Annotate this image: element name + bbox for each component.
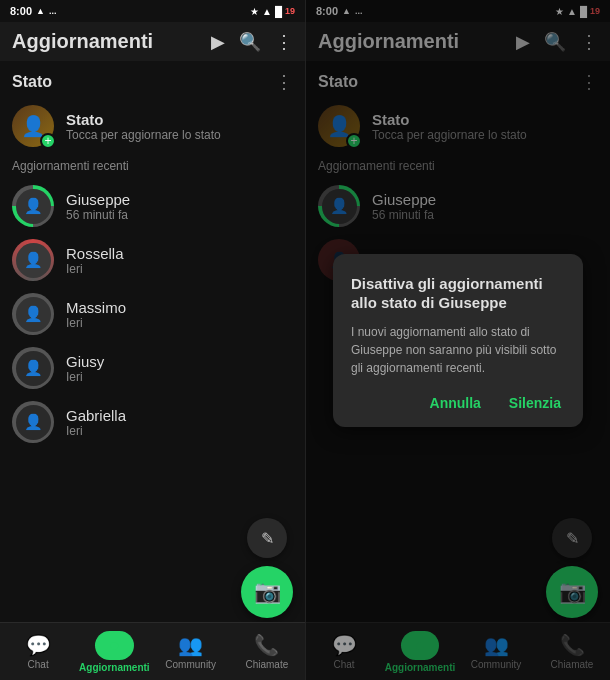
contact-name-rossella-left: Rossella xyxy=(66,245,124,262)
dots-left: ... xyxy=(49,6,57,16)
dialog-body: I nuovi aggiornamenti allo stato di Gius… xyxy=(351,323,565,377)
right-screen: 8:00 ▲ ... ★ ▲ █ 19 Aggiornamenti ▶ 🔍 ⋮ … xyxy=(305,0,610,680)
fab-camera-left[interactable]: 📷 xyxy=(241,566,293,618)
contact-time-massimo-left: Ieri xyxy=(66,316,126,330)
nav-aggiornamenti-left[interactable]: ● Aggiornamenti xyxy=(76,631,152,673)
nav-chat-label-left: Chat xyxy=(28,659,49,670)
my-status-sub-left: Tocca per aggiornare lo stato xyxy=(66,128,221,142)
contact-avatar-gabriella-left: 👤 xyxy=(12,401,54,443)
community-nav-icon-left: 👥 xyxy=(178,633,203,657)
aggiornamenti-nav-icon-left: ● xyxy=(109,635,120,656)
nav-chiamate-label-left: Chiamate xyxy=(245,659,288,670)
contact-gabriella-left[interactable]: 👤 Gabriella Ieri xyxy=(0,395,305,449)
dialog-actions: Annulla Silenzia xyxy=(351,393,565,413)
contact-avatar-massimo-left: 👤 xyxy=(12,293,54,335)
search-header-icon-left[interactable]: 🔍 xyxy=(239,31,261,53)
header-title-left: Aggiornamenti xyxy=(12,30,153,53)
battery-icon: 19 xyxy=(285,6,295,16)
chiamate-nav-icon-left: 📞 xyxy=(254,633,279,657)
contact-name-giuseppe-left: Giuseppe xyxy=(66,191,130,208)
time-left: 8:00 xyxy=(10,5,32,17)
my-status-name-left: Stato xyxy=(66,111,221,128)
nav-chiamate-left[interactable]: 📞 Chiamate xyxy=(229,633,305,670)
stato-more-icon-left[interactable]: ⋮ xyxy=(275,71,293,93)
nav-chat-left[interactable]: 💬 Chat xyxy=(0,633,76,670)
more-header-icon-left[interactable]: ⋮ xyxy=(275,31,293,53)
nav-community-left[interactable]: 👥 Community xyxy=(153,633,229,670)
recent-label-left: Aggiornamenti recenti xyxy=(0,153,305,179)
contact-name-giusy-left: Giusy xyxy=(66,353,104,370)
fab-pencil-left[interactable]: ✎ xyxy=(247,518,287,558)
chat-nav-icon-left: 💬 xyxy=(26,634,51,656)
contact-avatar-giuseppe-left: 👤 xyxy=(12,185,54,227)
left-screen: 8:00 ▲ ... ★ ▲ █ 19 Aggiornamenti ▶ 🔍 ⋮ … xyxy=(0,0,305,680)
contact-time-gabriella-left: Ieri xyxy=(66,424,126,438)
contact-time-giusy-left: Ieri xyxy=(66,370,104,384)
app-header-left: Aggiornamenti ▶ 🔍 ⋮ xyxy=(0,22,305,61)
contact-avatar-rossella-left: 👤 xyxy=(12,239,54,281)
contact-time-rossella-left: Ieri xyxy=(66,262,124,276)
stato-title-left: Stato xyxy=(12,73,52,91)
my-status-left[interactable]: 👤 + Stato Tocca per aggiornare lo stato xyxy=(0,99,305,153)
dialog-cancel-button[interactable]: Annulla xyxy=(426,393,485,413)
contact-giuseppe-left[interactable]: 👤 Giuseppe 56 minuti fa xyxy=(0,179,305,233)
camera-header-icon-left[interactable]: ▶ xyxy=(211,31,225,53)
bottom-nav-left: 💬 Chat ● Aggiornamenti 👥 Community 📞 Chi… xyxy=(0,622,305,680)
nav-aggiornamenti-label-left: Aggiornamenti xyxy=(79,662,150,673)
add-status-icon-left: + xyxy=(40,133,56,149)
bluetooth-icon: ★ xyxy=(250,6,259,17)
stato-section-left: Stato ⋮ xyxy=(0,61,305,99)
fab-area-left: ✎ 📷 xyxy=(241,518,293,618)
dialog-box: Disattiva gli aggiornamenti allo stato d… xyxy=(333,254,583,427)
dialog-confirm-button[interactable]: Silenzia xyxy=(505,393,565,413)
contact-rossella-left[interactable]: 👤 Rossella Ieri xyxy=(0,233,305,287)
contact-massimo-left[interactable]: 👤 Massimo Ieri xyxy=(0,287,305,341)
contact-avatar-giusy-left: 👤 xyxy=(12,347,54,389)
contact-time-giuseppe-left: 56 minuti fa xyxy=(66,208,130,222)
contact-name-massimo-left: Massimo xyxy=(66,299,126,316)
signal-bars-icon: █ xyxy=(275,6,282,17)
wifi-icon: ▲ xyxy=(262,6,272,17)
nav-community-label-left: Community xyxy=(165,659,216,670)
status-bar-left: 8:00 ▲ ... ★ ▲ █ 19 xyxy=(0,0,305,22)
signal-icon: ▲ xyxy=(36,6,45,16)
contact-giusy-left[interactable]: 👤 Giusy Ieri xyxy=(0,341,305,395)
dialog-overlay: Disattiva gli aggiornamenti allo stato d… xyxy=(306,0,610,680)
contact-name-gabriella-left: Gabriella xyxy=(66,407,126,424)
dialog-title: Disattiva gli aggiornamenti allo stato d… xyxy=(351,274,565,313)
